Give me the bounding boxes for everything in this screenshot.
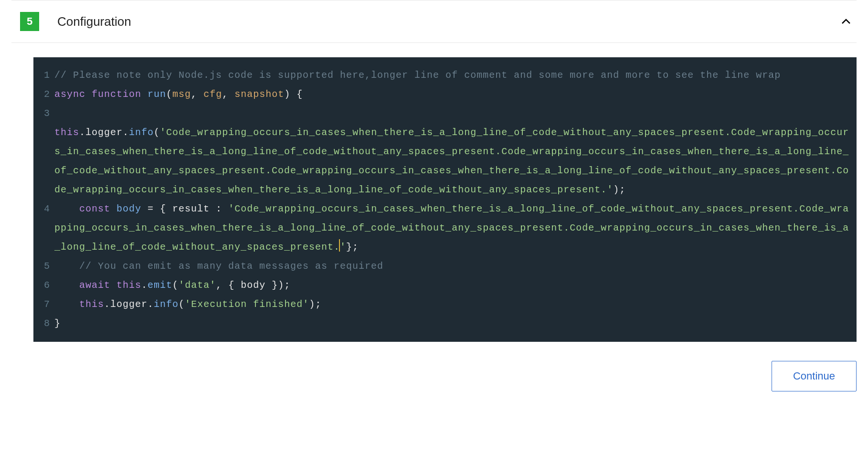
code-token-string: data <box>185 280 210 291</box>
code-line[interactable]: this.logger.info('Code_wrapping_occurs_i… <box>33 123 857 200</box>
code-editor[interactable]: 1 // Please note only Node.js code is su… <box>33 57 857 342</box>
code-token-brace: } <box>54 318 61 329</box>
code-token-property: logger <box>85 127 123 138</box>
code-token-param: msg <box>172 89 191 100</box>
step-number-badge: 5 <box>20 12 39 31</box>
code-token-comment: // You can emit as many data messages as… <box>79 261 383 272</box>
code-token-keyword: async <box>54 89 85 100</box>
code-token-variable: body <box>241 280 265 291</box>
code-token-keyword: const <box>79 203 110 214</box>
line-number: 8 <box>33 314 54 333</box>
code-line[interactable]: 8 } <box>33 314 857 333</box>
code-token-comment: // Please note only Node.js code is supp… <box>54 70 781 81</box>
chevron-up-icon[interactable] <box>840 16 852 27</box>
code-token-property: logger <box>110 299 148 310</box>
line-number: 6 <box>33 276 54 295</box>
code-editor-wrapper: 1 // Please note only Node.js code is su… <box>33 57 857 391</box>
code-line[interactable]: 7 this.logger.info('Execution finished')… <box>33 295 857 314</box>
footer-actions: Continue <box>33 361 857 391</box>
code-token-variable: body <box>116 203 141 214</box>
code-token-property: result <box>172 203 210 214</box>
code-line[interactable]: 4 const body = { result : 'Code_wrapping… <box>33 200 857 257</box>
line-number: 5 <box>33 257 54 276</box>
line-number: 2 <box>33 85 54 104</box>
line-number: 7 <box>33 295 54 314</box>
code-line[interactable]: 5 // You can emit as many data messages … <box>33 257 857 276</box>
code-token-keyword: await <box>79 280 110 291</box>
code-token-method: emit <box>148 280 172 291</box>
code-token-keyword: function <box>92 89 141 100</box>
code-token-this: this <box>54 127 79 138</box>
code-token-this: this <box>79 299 104 310</box>
line-number: 4 <box>33 200 54 219</box>
code-line[interactable]: 3 <box>33 104 857 123</box>
code-line[interactable]: 6 await this.emit('data', { body }); <box>33 276 857 295</box>
code-token-method: info <box>129 127 154 138</box>
continue-button[interactable]: Continue <box>772 361 857 391</box>
code-token-function-name: run <box>148 89 166 100</box>
code-line[interactable]: 2 async function run(msg, cfg, snapshot)… <box>33 85 857 104</box>
code-token-this: this <box>116 280 141 291</box>
step-header[interactable]: 5 Configuration <box>11 0 857 43</box>
code-token-method: info <box>154 299 179 310</box>
code-token-param: cfg <box>203 89 222 100</box>
code-token-param: snapshot <box>234 89 284 100</box>
code-token-string: Code_wrapping_occurs_in_cases_when_there… <box>54 127 849 195</box>
code-token-string: Execution finished <box>191 299 303 310</box>
code-line[interactable]: 1 // Please note only Node.js code is su… <box>33 66 857 85</box>
line-number: 3 <box>33 104 54 123</box>
step-title: Configuration <box>57 14 131 29</box>
line-number: 1 <box>33 66 54 85</box>
